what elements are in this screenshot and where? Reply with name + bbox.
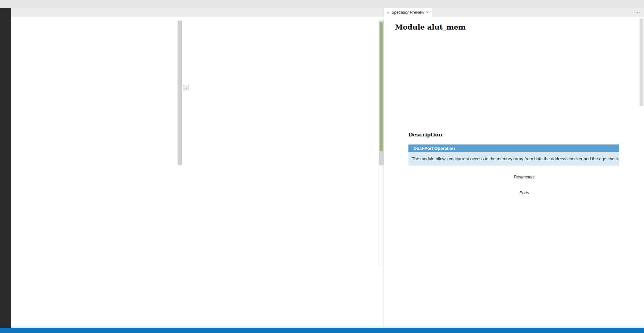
vscode-dvt-window: → ≡ Specador Preview × ⋯ Module alut_mem…: [0, 0, 644, 333]
parameters-caption: Parameters: [408, 175, 640, 179]
editor-tab-bar: [11, 8, 384, 17]
left-pane-scrollbar[interactable]: [178, 20, 182, 165]
description-heading: Description: [408, 131, 644, 138]
preview-file-icon: ≡: [387, 10, 389, 14]
specador-preview-panel: ≡ Specador Preview × ⋯ Module alut_mem D…: [384, 8, 644, 328]
diff-revert-arrow-button[interactable]: →: [183, 85, 189, 90]
module-title: Module alut_mem: [395, 23, 644, 31]
admonition-header: Dual-Port Operation: [408, 144, 619, 152]
diff-overview-ruler[interactable]: [379, 20, 384, 267]
admonition-note: Dual-Port Operation The module allows co…: [408, 144, 619, 166]
block-diagram: [384, 33, 644, 125]
admonition-title: Dual-Port Operation: [413, 146, 455, 151]
status-bar: [0, 328, 644, 333]
preview-tab-label: Specador Preview: [391, 10, 424, 15]
diff-editor[interactable]: →: [11, 20, 384, 267]
admonition-body: The module allows concurrent access to t…: [408, 152, 619, 166]
preview-scrollbar[interactable]: [640, 18, 643, 106]
preview-tab-bar: ≡ Specador Preview × ⋯: [384, 8, 644, 17]
tab-specador-preview[interactable]: ≡ Specador Preview ×: [384, 8, 432, 17]
preview-content: Module alut_mem Description Dual-Port Op…: [384, 17, 644, 328]
activity-bar: [0, 8, 11, 328]
menu-bar: [0, 0, 644, 8]
more-actions-icon[interactable]: ⋯: [635, 8, 644, 17]
close-icon[interactable]: ×: [426, 10, 429, 15]
ports-caption: Ports: [408, 191, 640, 195]
